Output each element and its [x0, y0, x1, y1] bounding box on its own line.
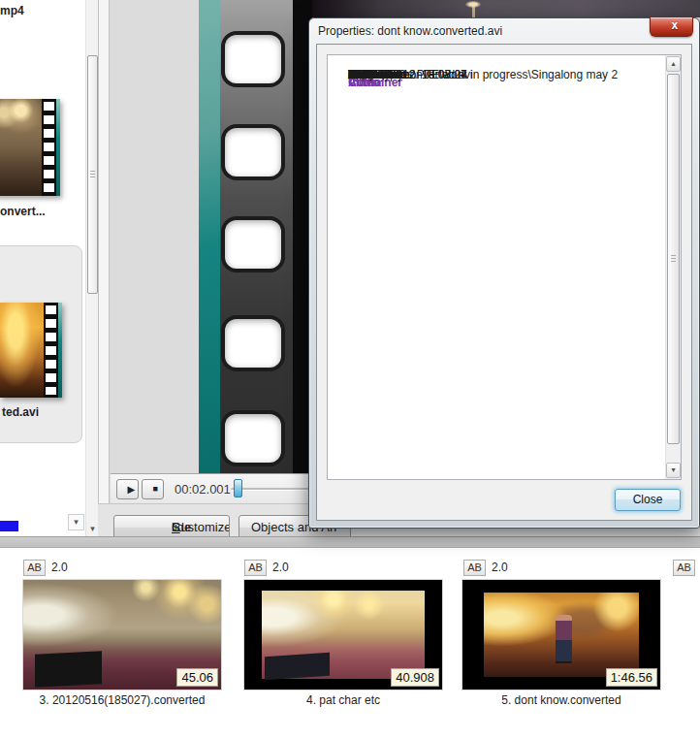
thumbnail-art	[262, 591, 425, 679]
scroll-down-icon[interactable]: ▾	[666, 463, 681, 478]
slide-thumbnail[interactable]: 1:46.56	[462, 580, 660, 690]
ab-transition-badge[interactable]: AB	[463, 560, 486, 576]
property-value: 44100Hz	[348, 66, 395, 84]
slide-thumbnail[interactable]: 40.908	[244, 580, 442, 690]
timeline: AB 2.0 45.06 3. 20120516(185027).convert…	[0, 548, 700, 738]
filmstrip-perforations	[42, 99, 56, 196]
file-item-caption-mp4[interactable]: mp4	[0, 4, 24, 17]
file-item-caption-converted[interactable]: onvert...	[0, 205, 46, 218]
filmstrip-perforations	[44, 303, 58, 398]
properties-content: File Namedont know.converted.avi TypeVid…	[329, 56, 664, 478]
filmstrip-sprocket-hole	[225, 319, 281, 368]
slide-caption[interactable]: 5. dont know.converted	[462, 693, 660, 707]
filmstrip-sprocket-hole	[225, 220, 281, 269]
selected-file-caption[interactable]: ted.avi	[2, 405, 39, 419]
selected-file-thumbnail[interactable]	[0, 303, 62, 398]
ab-transition-badge[interactable]: AB	[673, 560, 695, 576]
stop-icon: ■	[153, 480, 158, 498]
slide-thumbnail[interactable]: 45.06	[23, 580, 221, 690]
scrollbar-thumb[interactable]	[87, 55, 98, 294]
dialog-scrollbar[interactable]: ▴ ▾	[665, 55, 681, 479]
slide-caption[interactable]: 3. 20120516(185027).converted	[23, 693, 221, 707]
scrollbar-thumb[interactable]	[667, 74, 680, 444]
thumbnail-art	[265, 652, 330, 679]
close-icon: x	[672, 17, 679, 34]
properties-dialog: Properties: dont know.converted.avi x Fi…	[308, 17, 700, 529]
filmstrip-teal-band	[199, 0, 220, 473]
properties-scroll-box: File Namedont know.converted.avi TypeVid…	[327, 54, 682, 480]
divider-band	[0, 536, 700, 548]
thumbnail-art	[0, 303, 45, 398]
filmstrip-preview	[199, 0, 312, 473]
application-window: mp4 onvert... ted.avi ▾ ▾	[0, 0, 700, 738]
progress-bar	[0, 521, 18, 531]
ab-transition-badge[interactable]: AB	[23, 560, 46, 576]
thumbnail-figure	[556, 615, 573, 663]
file-list-panel: mp4 onvert... ted.avi ▾	[0, 0, 85, 536]
seek-slider-thumb[interactable]	[234, 479, 242, 497]
stop-button[interactable]: ■	[142, 479, 164, 499]
panel-splitter[interactable]	[98, 0, 110, 536]
thumbnail-art	[484, 593, 639, 677]
filmstrip-sprocket-hole	[225, 128, 281, 176]
slide-time-chip: 1:46.56	[606, 668, 657, 687]
transport-bar: ▶ ■ 00:02.001	[111, 473, 312, 503]
scroll-up-icon[interactable]: ▴	[666, 56, 681, 72]
playback-time: 00:02.001	[175, 482, 231, 497]
filmstrip-sprocket-hole	[225, 414, 281, 463]
play-icon: ▶	[128, 480, 136, 498]
panel-scroll-down-icon[interactable]: ▾	[68, 514, 84, 530]
ab-transition-badge[interactable]: AB	[244, 560, 267, 576]
dialog-title: Properties: dont know.converted.avi	[318, 24, 502, 38]
close-button[interactable]: Close	[615, 489, 681, 511]
seek-slider-track[interactable]	[231, 488, 312, 491]
file-item-thumbnail[interactable]	[0, 99, 60, 196]
dialog-client-area: File Namedont know.converted.avi TypeVid…	[316, 44, 692, 521]
slide-time-chip: 40.908	[391, 668, 439, 687]
file-list-scrollbar[interactable]: ▾	[85, 0, 98, 536]
slide-duration-label: 2.0	[272, 561, 289, 574]
filmstrip-sprocket-hole	[225, 35, 281, 83]
slide-duration-label: 2.0	[492, 561, 508, 574]
slide-time-chip: 45.06	[176, 668, 218, 687]
video-preview-frame	[312, 0, 700, 17]
slide-duration-label: 2.0	[51, 561, 68, 574]
play-button[interactable]: ▶	[116, 479, 139, 499]
thumbnail-art	[35, 651, 102, 688]
dialog-close-button[interactable]: x	[650, 17, 693, 37]
slide-caption[interactable]: 4. pat char etc	[244, 693, 442, 707]
thumbnail-art	[0, 99, 43, 196]
